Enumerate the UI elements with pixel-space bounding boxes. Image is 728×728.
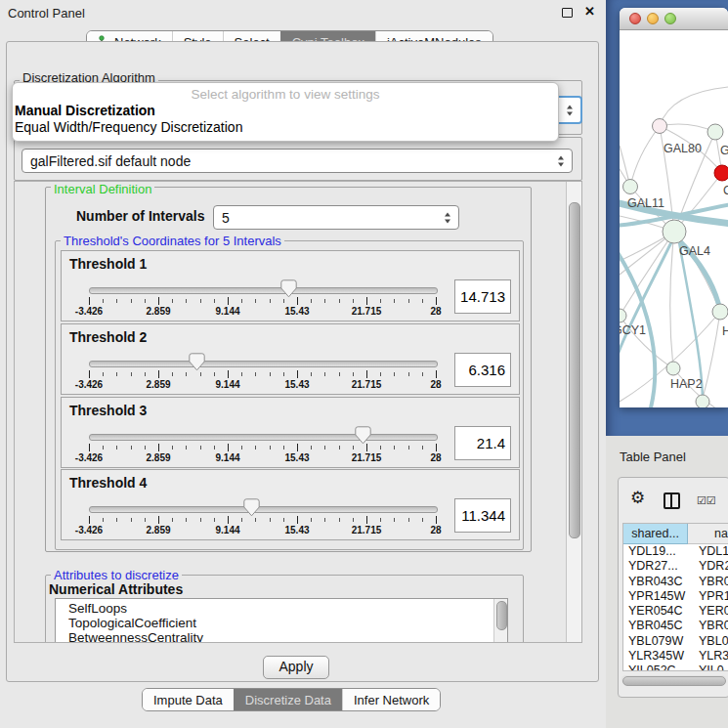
column-layout-icon[interactable] (664, 492, 680, 509)
slider-tick-label: 21.715 (352, 452, 382, 463)
slider-tick-labels: -3.4262.8599.14415.4321.71528 (89, 525, 437, 536)
apply-button[interactable]: Apply (263, 656, 329, 679)
network-node-label: C (723, 184, 728, 197)
numerical-attributes-list[interactable]: SelfLoopsTopologicalCoefficientBetweenne… (55, 598, 508, 643)
network-edge[interactable] (660, 87, 728, 126)
tab-discretize-data[interactable]: Discretize Data (234, 689, 342, 710)
table-hscrollbar-thumb[interactable] (622, 676, 726, 686)
threshold-slider-track[interactable] (89, 506, 438, 513)
float-window-icon[interactable] (562, 8, 573, 18)
threshold-value: 11.344 (455, 499, 510, 532)
threshold-slider-track[interactable] (89, 287, 438, 294)
threshold-slider-thumb[interactable] (189, 353, 205, 371)
table-row[interactable]: YPR145WYPR1 (623, 589, 728, 604)
slider-tick-label: -3.426 (75, 452, 103, 463)
slider-tick-label: 21.715 (352, 306, 382, 317)
threshold-panel: Threshold 1-3.4262.8599.14415.4321.71528… (61, 250, 520, 321)
slider-tick-label: -3.426 (75, 525, 103, 535)
network-node-label: GAL80 (664, 142, 702, 155)
network-canvas[interactable]: GAL80GACGAL11GAL4GCY1HHAP2 (620, 30, 728, 407)
network-node-GAL80[interactable] (653, 119, 667, 134)
attributes-list-scrollbar[interactable] (493, 599, 507, 643)
table-row[interactable]: YIL052CYIL0 (623, 664, 728, 671)
zoom-traffic-light-icon[interactable] (664, 13, 676, 24)
table-row[interactable]: YLR345WYLR3 (623, 649, 728, 664)
table-data-combobox[interactable]: galFiltered.sif default node (21, 149, 573, 173)
node-attribute-table[interactable]: shared...na YDL19...YDL1YDR27...YDR2YBR0… (622, 523, 728, 671)
table-row[interactable]: YBR045CYBR0 (623, 619, 728, 633)
gear-icon[interactable]: ⚙ (630, 488, 645, 508)
network-edge[interactable] (703, 312, 720, 399)
network-node-red-node[interactable] (714, 165, 728, 181)
slider-tick-label: 2.859 (146, 379, 170, 390)
slider-tick-marks (89, 516, 437, 525)
thresholds-group-label: Threshold's Coordinates for 5 Intervals (61, 234, 284, 248)
algorithm-prompt: Select algorithm to view settings (13, 83, 558, 103)
threshold-value-field[interactable]: 11.344 (454, 498, 511, 533)
table-cell-shared-name: YBR045C (623, 619, 693, 633)
attribute-list-item[interactable]: SelfLoops (56, 601, 507, 616)
number-of-intervals-combobox[interactable]: 5 (213, 205, 459, 230)
table-row[interactable]: YDL19...YDL1 (623, 544, 728, 559)
threshold-slider-track[interactable] (89, 434, 438, 441)
tab-impute-data[interactable]: Impute Data (143, 689, 234, 710)
table-cell-name: YBL0 (693, 634, 728, 649)
attribute-list-item[interactable]: TopologicalCoefficient (56, 616, 507, 630)
network-node-GAL11[interactable] (623, 180, 638, 194)
slider-tick-label: 15.43 (284, 379, 309, 390)
threshold-value-field[interactable]: 14.713 (454, 279, 511, 314)
close-traffic-light-icon[interactable] (629, 13, 641, 24)
threshold-label: Threshold 3 (69, 403, 147, 418)
network-edge[interactable] (660, 124, 715, 132)
table-header-name[interactable]: na (688, 524, 728, 544)
table-cell-name: YDL1 (693, 544, 728, 559)
algorithm-option-equal-width-frequency-discretization[interactable]: Equal Width/Frequency Discretization (13, 119, 558, 136)
slider-tick-marks (89, 297, 437, 306)
slider-tick-marks (89, 444, 437, 452)
table-row[interactable]: YBL079WYBL0 (623, 634, 728, 649)
table-row[interactable]: YER054CYER0 (623, 604, 728, 619)
slider-tick-label: 15.43 (284, 306, 309, 317)
numerical-attributes-label: Numerical Attributes (49, 581, 183, 597)
network-node-bottom-node[interactable] (696, 395, 709, 407)
network-node-label: HAP2 (670, 377, 703, 391)
table-header-shared-name[interactable]: shared... (623, 524, 688, 544)
threshold-value: 14.713 (455, 280, 510, 313)
tab-label: Infer Network (354, 693, 429, 707)
threshold-slider-thumb[interactable] (355, 426, 371, 445)
network-edge[interactable] (670, 232, 674, 368)
network-edge-highlighted[interactable] (620, 242, 671, 355)
close-icon[interactable]: ✕ (584, 4, 595, 19)
algorithm-dropdown-popup: Select algorithm to view settings Manual… (12, 82, 559, 142)
minimize-traffic-light-icon[interactable] (647, 13, 659, 24)
threshold-slider-track[interactable] (89, 361, 438, 367)
slider-tick-label: 21.715 (352, 379, 382, 390)
tab-infer-network[interactable]: Infer Network (342, 689, 440, 710)
network-edge[interactable] (630, 126, 660, 187)
slider-tick-labels: -3.4262.8599.14415.4321.71528 (89, 379, 437, 391)
tab-label: Impute Data (153, 693, 223, 707)
network-node-HAP2[interactable] (666, 362, 680, 375)
select-columns-checkboxes-icon[interactable]: ☑☑ (697, 494, 716, 507)
threshold-value-field[interactable]: 6.316 (454, 353, 511, 387)
network-node-GCY1[interactable] (620, 309, 626, 322)
network-node-H-node[interactable] (712, 304, 728, 320)
slider-tick-labels: -3.4262.8599.14415.4321.71528 (89, 452, 437, 464)
network-node-GAL4[interactable] (663, 220, 686, 243)
attributes-list-scrollbar-thumb[interactable] (496, 601, 507, 630)
threshold-value-field[interactable]: 21.4 (454, 426, 511, 460)
settings-vertical-scrollbar[interactable] (566, 182, 581, 642)
network-node-GA-node[interactable] (707, 124, 723, 140)
table-row[interactable]: YBR043CYBR0 (623, 575, 728, 589)
algorithm-option-manual-discretization[interactable]: Manual Discretization (13, 103, 558, 119)
threshold-slider-thumb[interactable] (280, 279, 297, 298)
network-window-titlebar[interactable] (620, 8, 728, 30)
settings-scrollbar-thumb[interactable] (569, 202, 580, 538)
attributes-group-label: Attributes to discretize (51, 568, 182, 582)
threshold-value: 21.4 (455, 427, 510, 459)
threshold-slider-thumb[interactable] (243, 498, 260, 517)
attribute-list-item[interactable]: BetweennessCentrality (56, 630, 507, 643)
table-horizontal-scrollbar[interactable] (621, 675, 726, 684)
interval-definition-label: Interval Definition (51, 182, 154, 196)
table-row[interactable]: YDR27...YDR2 (623, 559, 728, 574)
